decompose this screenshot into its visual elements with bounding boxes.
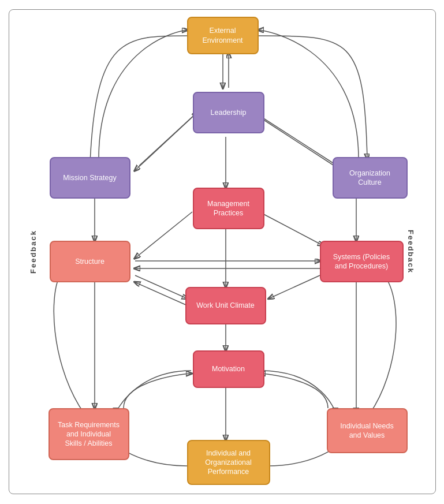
svg-line-4 <box>259 117 341 170</box>
svg-line-5 <box>255 113 337 166</box>
svg-line-13 <box>135 282 187 305</box>
feedback-label-right: Feedback <box>406 230 415 274</box>
svg-line-8 <box>135 212 192 258</box>
feedback-label-left: Feedback <box>29 230 38 274</box>
node-mission-strategy: Mission Strategy <box>50 157 130 199</box>
svg-line-14 <box>269 275 320 298</box>
node-external-environment: ExternalEnvironment <box>187 17 259 54</box>
node-systems: Systems (Policiesand Procedures) <box>320 241 404 282</box>
node-structure: Structure <box>50 241 130 282</box>
svg-line-3 <box>139 113 197 166</box>
node-individual-needs: Individual Needsand Values <box>327 408 408 453</box>
node-organization-culture: OrganizationCulture <box>333 157 408 199</box>
node-leadership: Leadership <box>193 92 264 133</box>
svg-line-2 <box>135 117 193 170</box>
diagram-container: Feedback Feedback <box>9 9 436 494</box>
node-management-practices: ManagementPractices <box>193 188 264 229</box>
node-performance: Individual andOrganizationalPerformance <box>187 440 270 485</box>
node-task-requirements: Task Requirementsand IndividualSkills / … <box>48 408 129 460</box>
node-work-unit-climate: Work Unit Climate <box>185 287 266 324</box>
svg-line-9 <box>259 212 323 245</box>
node-motivation: Motivation <box>193 350 264 388</box>
svg-line-12 <box>135 275 187 298</box>
